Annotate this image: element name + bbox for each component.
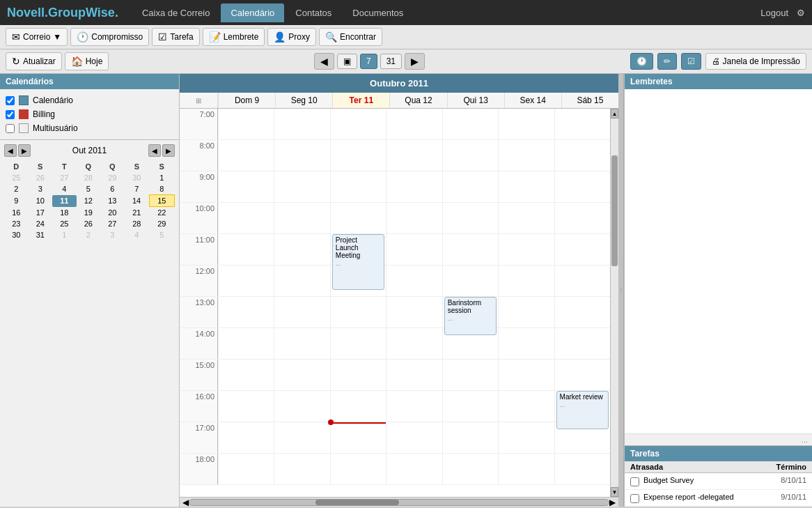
time-cell-day0-slot5[interactable] xyxy=(218,265,274,296)
mini-cal-day-28[interactable]: 28 xyxy=(125,218,149,229)
mini-cal-day-8[interactable]: 8 xyxy=(149,183,174,195)
mini-cal-day-3[interactable]: 3 xyxy=(100,229,125,240)
mini-cal-day-28[interactable]: 28 xyxy=(77,172,101,183)
time-cell-day5-slot3[interactable] xyxy=(498,203,554,233)
time-cell-day5-slot9[interactable] xyxy=(498,391,554,422)
week-view-button[interactable]: 7 xyxy=(360,54,377,69)
vscroll-up-button[interactable]: ▲ xyxy=(611,109,618,118)
day-header-wed12[interactable]: Qua 12 xyxy=(389,93,446,108)
time-cell-day5-slot6[interactable] xyxy=(498,297,554,328)
mini-cal-day-4[interactable]: 4 xyxy=(52,183,77,195)
time-cell-day0-slot8[interactable] xyxy=(218,360,274,390)
time-cell-day4-slot11[interactable] xyxy=(442,454,498,484)
time-cell-day6-slot5[interactable] xyxy=(554,265,610,296)
time-cell-day4-slot0[interactable] xyxy=(442,109,498,139)
time-cell-day5-slot5[interactable] xyxy=(498,265,554,296)
mini-cal-day-30[interactable]: 30 xyxy=(125,172,149,183)
time-cell-day6-slot7[interactable] xyxy=(554,328,610,359)
settings-icon[interactable]: ⚙ xyxy=(797,8,805,18)
mini-cal-day-16[interactable]: 16 xyxy=(4,207,29,219)
mini-cal-day-9[interactable]: 9 xyxy=(4,195,29,207)
logout-button[interactable]: Logout xyxy=(760,8,788,18)
mini-cal-day-12[interactable]: 12 xyxy=(77,195,101,207)
time-cell-day2-slot7[interactable] xyxy=(330,328,386,359)
mini-cal-day-1[interactable]: 1 xyxy=(52,229,77,240)
time-cell-day1-slot0[interactable] xyxy=(274,109,329,139)
time-cell-day0-slot10[interactable] xyxy=(218,422,274,453)
time-cell-day1-slot8[interactable] xyxy=(274,360,329,390)
time-cell-day0-slot11[interactable] xyxy=(218,454,274,484)
mini-cal-day-25[interactable]: 25 xyxy=(52,218,77,229)
time-cell-day2-slot1[interactable] xyxy=(330,140,386,171)
mini-cal-day-24[interactable]: 24 xyxy=(29,218,53,229)
time-cell-day0-slot0[interactable] xyxy=(218,109,274,139)
time-cell-day2-slot9[interactable] xyxy=(330,391,386,422)
budget-checkbox[interactable] xyxy=(630,477,639,486)
compromisso-button[interactable]: 🕐 Compromisso xyxy=(70,28,149,46)
janela-impressao-button[interactable]: 🖨 Janela de Impressão xyxy=(705,53,806,70)
time-cell-day2-slot6[interactable] xyxy=(330,297,386,328)
time-cell-day4-slot10[interactable] xyxy=(442,422,498,453)
time-cell-day0-slot3[interactable] xyxy=(218,203,274,233)
time-cell-day1-slot11[interactable] xyxy=(274,454,329,484)
mini-cal-day-23[interactable]: 23 xyxy=(4,218,29,229)
lembrete-button[interactable]: 📝 Lembrete xyxy=(203,28,265,46)
tarefa-button[interactable]: ☑ Tarefa xyxy=(152,28,199,46)
time-cell-day2-slot3[interactable] xyxy=(330,203,386,233)
time-cell-day6-slot0[interactable] xyxy=(554,109,610,139)
time-cell-day2-slot4[interactable]: Project Launch Meeting... xyxy=(330,234,386,265)
time-cell-day5-slot11[interactable] xyxy=(498,454,554,484)
time-cell-day4-slot2[interactable] xyxy=(442,171,498,202)
time-cell-day5-slot0[interactable] xyxy=(498,109,554,139)
vscroll-track[interactable] xyxy=(611,118,618,487)
time-cell-day3-slot5[interactable] xyxy=(386,265,442,296)
time-cell-day3-slot10[interactable] xyxy=(386,422,442,453)
atualizar-button[interactable]: ↻ Atualizar xyxy=(6,52,62,70)
mini-cal-day-5[interactable]: 5 xyxy=(149,229,174,240)
time-cell-day4-slot1[interactable] xyxy=(442,140,498,171)
time-cell-day0-slot7[interactable] xyxy=(218,328,274,359)
mini-cal-prev-left[interactable]: ◀ xyxy=(4,144,17,157)
time-cell-day1-slot7[interactable] xyxy=(274,328,329,359)
right-panel-drag-handle[interactable]: ⋮ xyxy=(618,74,624,507)
mini-cal-day-29[interactable]: 29 xyxy=(100,172,125,183)
time-cell-day3-slot6[interactable] xyxy=(386,297,442,328)
time-cell-day4-slot4[interactable] xyxy=(442,234,498,265)
time-cell-day3-slot2[interactable] xyxy=(386,171,442,202)
time-cell-day1-slot3[interactable] xyxy=(274,203,329,233)
mini-cal-day-19[interactable]: 19 xyxy=(77,207,101,219)
expense-checkbox[interactable] xyxy=(630,494,639,503)
mini-cal-day-21[interactable]: 21 xyxy=(125,207,149,219)
mini-cal-day-27[interactable]: 27 xyxy=(100,218,125,229)
time-cell-day3-slot11[interactable] xyxy=(386,454,442,484)
time-cell-day6-slot4[interactable] xyxy=(554,234,610,265)
time-cell-day6-slot9[interactable]: Market review... xyxy=(554,391,610,422)
tab-calendario[interactable]: Calendário xyxy=(221,3,284,22)
time-cell-day3-slot8[interactable] xyxy=(386,360,442,390)
hscroll-thumb[interactable] xyxy=(315,500,399,505)
time-cell-day4-slot8[interactable] xyxy=(442,360,498,390)
time-cell-day4-slot9[interactable] xyxy=(442,391,498,422)
time-cell-day6-slot1[interactable] xyxy=(554,140,610,171)
day-header-tue11[interactable]: Ter 11 xyxy=(332,93,389,108)
mini-cal-day-15[interactable]: 15 xyxy=(149,195,174,207)
time-cell-day3-slot9[interactable] xyxy=(386,391,442,422)
mini-cal-next-right[interactable]: ▶ xyxy=(162,144,175,157)
mini-cal-day-22[interactable]: 22 xyxy=(149,207,174,219)
next-week-button[interactable]: ▶ xyxy=(405,53,425,70)
time-cell-day4-slot3[interactable] xyxy=(442,203,498,233)
calendario-checkbox[interactable] xyxy=(6,96,15,105)
day-header-mon10[interactable]: Seg 10 xyxy=(275,93,332,108)
day-header-sat15[interactable]: Sáb 15 xyxy=(561,93,618,108)
mini-cal-day-1[interactable]: 1 xyxy=(149,172,174,183)
mini-cal-day-20[interactable]: 20 xyxy=(100,207,125,219)
correio-button[interactable]: ✉ Correio ▼ xyxy=(6,28,68,46)
mini-cal-day-10[interactable]: 10 xyxy=(29,195,53,207)
prev-week-button[interactable]: ◀ xyxy=(314,53,334,70)
time-cell-day0-slot2[interactable] xyxy=(218,171,274,202)
horizontal-scrollbar[interactable] xyxy=(189,499,609,506)
time-cell-day5-slot4[interactable] xyxy=(498,234,554,265)
mini-cal-day-29[interactable]: 29 xyxy=(149,218,174,229)
mini-cal-day-25[interactable]: 25 xyxy=(4,172,29,183)
tab-documentos[interactable]: Documentos xyxy=(343,3,413,22)
